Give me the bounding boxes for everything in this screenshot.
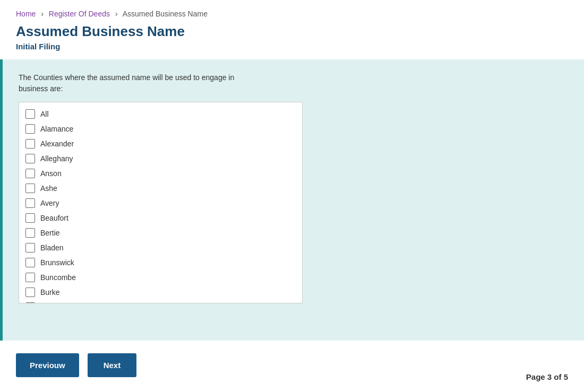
county-checkbox[interactable] bbox=[25, 169, 35, 178]
county-label: All bbox=[40, 110, 49, 118]
page-title: Assumed Business Name bbox=[0, 23, 584, 42]
page-subtitle: Initial Filing bbox=[0, 42, 584, 59]
main-content-area: The Counties where the assumed name will… bbox=[0, 59, 584, 341]
county-label: Ashe bbox=[40, 184, 57, 193]
county-checkbox[interactable] bbox=[25, 139, 35, 149]
list-item[interactable]: Beaufort bbox=[21, 211, 300, 225]
breadcrumb-current: Assumed Business Name bbox=[123, 10, 208, 18]
button-row: Previouw Next bbox=[0, 341, 584, 377]
list-item[interactable]: Cabarrus bbox=[21, 300, 300, 303]
previous-button[interactable]: Previouw bbox=[16, 353, 79, 377]
county-checkbox[interactable] bbox=[25, 302, 35, 303]
county-label: Cabarrus bbox=[40, 303, 71, 303]
county-checkbox[interactable] bbox=[25, 154, 35, 163]
county-label: Burke bbox=[40, 288, 60, 297]
page-indicator: Page 3 of 5 bbox=[526, 372, 568, 381]
county-checkbox[interactable] bbox=[25, 184, 35, 193]
page-wrapper: Home › Register Of Deeds › Assumed Busin… bbox=[0, 0, 584, 392]
list-item[interactable]: Anson bbox=[21, 166, 300, 181]
list-item[interactable]: Alleghany bbox=[21, 151, 300, 166]
breadcrumb-register[interactable]: Register Of Deeds bbox=[49, 10, 110, 18]
county-label: Beaufort bbox=[40, 214, 68, 222]
county-checkbox[interactable] bbox=[25, 213, 35, 223]
county-checkbox[interactable] bbox=[25, 288, 35, 297]
breadcrumb-home[interactable]: Home bbox=[16, 10, 36, 18]
section-description: The Counties where the assumed name will… bbox=[19, 72, 568, 94]
next-button[interactable]: Next bbox=[88, 353, 137, 377]
county-checkbox[interactable] bbox=[25, 228, 35, 238]
county-label: Brunswick bbox=[40, 258, 74, 267]
county-label: Bertie bbox=[40, 229, 60, 237]
county-label: Buncombe bbox=[40, 273, 76, 282]
county-list-container[interactable]: AllAlamanceAlexanderAlleghanyAnsonAsheAv… bbox=[19, 102, 303, 303]
list-item[interactable]: All bbox=[21, 107, 300, 121]
list-item[interactable]: Buncombe bbox=[21, 270, 300, 285]
list-item[interactable]: Alexander bbox=[21, 136, 300, 151]
county-checkbox[interactable] bbox=[25, 243, 35, 252]
list-item[interactable]: Avery bbox=[21, 196, 300, 211]
county-checkbox[interactable] bbox=[25, 198, 35, 208]
county-checkbox[interactable] bbox=[25, 124, 35, 134]
county-label: Alamance bbox=[40, 125, 73, 133]
breadcrumb-sep-1: › bbox=[41, 10, 44, 18]
breadcrumb: Home › Register Of Deeds › Assumed Busin… bbox=[0, 0, 584, 23]
list-item[interactable]: Burke bbox=[21, 285, 300, 300]
list-item[interactable]: Alamance bbox=[21, 121, 300, 136]
list-item[interactable]: Ashe bbox=[21, 181, 300, 196]
breadcrumb-sep-2: › bbox=[115, 10, 118, 18]
county-checkbox[interactable] bbox=[25, 109, 35, 119]
county-checkbox[interactable] bbox=[25, 273, 35, 282]
county-label: Avery bbox=[40, 199, 59, 207]
county-checkbox[interactable] bbox=[25, 258, 35, 267]
list-item[interactable]: Bertie bbox=[21, 225, 300, 240]
county-label: Bladen bbox=[40, 243, 64, 252]
county-label: Anson bbox=[40, 169, 62, 178]
list-item[interactable]: Brunswick bbox=[21, 255, 300, 270]
list-item[interactable]: Bladen bbox=[21, 240, 300, 255]
county-label: Alleghany bbox=[40, 154, 73, 163]
county-label: Alexander bbox=[40, 140, 74, 148]
